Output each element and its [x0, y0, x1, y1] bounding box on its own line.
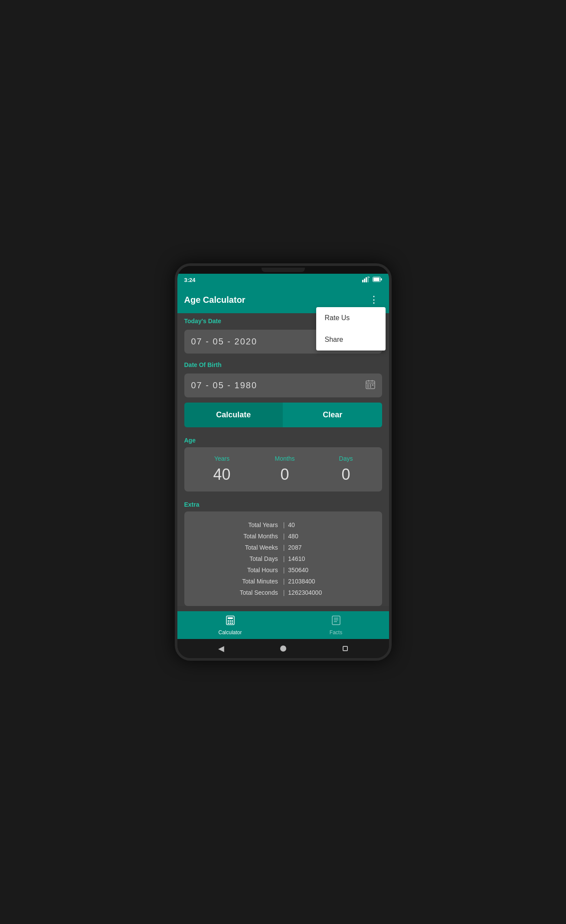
extra-row-value: 40 [286, 521, 371, 528]
nav-icon-facts [331, 615, 341, 628]
extra-row-sep: | [281, 589, 287, 596]
extra-display-box: Total Years | 40 Total Months | 480 Tota… [184, 511, 382, 606]
nav-item-facts[interactable]: Facts [283, 611, 389, 639]
screen: 3:24 [177, 274, 389, 639]
svg-rect-24 [367, 387, 369, 388]
svg-rect-32 [229, 623, 231, 624]
extra-row-label: Total Weeks [195, 544, 281, 551]
status-bar: 3:24 [177, 274, 389, 286]
extra-row-sep: | [281, 533, 287, 540]
extra-data-row: Total Seconds | 1262304000 [195, 587, 372, 598]
dob-input[interactable]: 07 - 05 - 1980 [184, 374, 382, 397]
extra-data-row: Total Hours | 350640 [195, 564, 372, 576]
dob-value: 07 - 05 - 1980 [191, 380, 258, 390]
nav-item-calculator[interactable]: Calculator [177, 611, 283, 639]
age-months-col: Months 0 [275, 455, 295, 484]
today-date-value: 07 - 05 - 2020 [191, 337, 258, 347]
extra-row-value: 480 [286, 533, 371, 540]
extra-data-row: Total Minutes | 21038400 [195, 576, 372, 587]
extra-data-row: Total Months | 480 [195, 531, 372, 542]
menu-dots-button[interactable]: ⋮ [366, 292, 382, 307]
svg-rect-0 [362, 280, 363, 282]
extra-row-value: 14610 [286, 555, 371, 562]
extra-row-label: Total Minutes [195, 578, 281, 585]
calculate-button[interactable]: Calculate [184, 403, 284, 427]
signal-icon [362, 276, 370, 284]
extra-section-label: Extra [177, 497, 389, 510]
svg-rect-33 [232, 623, 233, 624]
extra-row-label: Total Seconds [195, 589, 281, 596]
age-years-value: 40 [213, 465, 231, 484]
extra-data-row: Total Years | 40 [195, 519, 372, 531]
age-days-value: 0 [341, 465, 350, 484]
age-years-col: Years 40 [213, 455, 231, 484]
nav-icon-calculator [225, 615, 236, 628]
svg-rect-25 [370, 387, 371, 388]
recents-button[interactable] [343, 646, 348, 651]
app-bar: Age Calculator ⋮ Rate Us Share [177, 286, 389, 313]
svg-rect-3 [367, 276, 369, 282]
app-title: Age Calculator [184, 295, 245, 305]
dob-calendar-icon[interactable] [366, 380, 375, 391]
age-days-label: Days [339, 455, 353, 462]
battery-icon [373, 277, 382, 283]
home-button[interactable] [280, 645, 286, 652]
nav-label-facts: Facts [330, 629, 342, 636]
age-display-box: Years 40 Months 0 Days 0 [184, 447, 382, 491]
menu-item-share[interactable]: Share [316, 329, 386, 351]
notch-bar [177, 266, 389, 274]
extra-data-row: Total Weeks | 2087 [195, 542, 372, 553]
svg-rect-23 [372, 384, 373, 386]
extra-row-value: 2087 [286, 544, 371, 551]
svg-rect-31 [228, 623, 229, 624]
extra-row-sep: | [281, 567, 287, 573]
age-months-value: 0 [281, 465, 289, 484]
extra-row-value: 21038400 [286, 578, 371, 585]
extra-row-sep: | [281, 521, 287, 528]
svg-rect-21 [367, 384, 369, 386]
device-frame: 3:24 [175, 263, 392, 661]
dropdown-menu: Rate Us Share [316, 307, 386, 351]
svg-rect-22 [370, 384, 371, 386]
status-time: 3:24 [184, 277, 196, 283]
svg-rect-27 [228, 617, 233, 619]
extra-row-label: Total Years [195, 521, 281, 528]
svg-rect-34 [332, 616, 340, 625]
age-months-label: Months [275, 455, 295, 462]
extra-row-label: Total Days [195, 555, 281, 562]
extra-row-label: Total Hours [195, 567, 281, 573]
main-content: Today's Date 07 - 05 - 2020 [177, 313, 389, 606]
android-nav: ◀ [177, 639, 389, 658]
notch [262, 268, 305, 272]
svg-rect-7 [381, 279, 382, 281]
dob-label: Date Of Birth [177, 357, 389, 370]
age-years-label: Years [214, 455, 229, 462]
nav-label-calculator: Calculator [218, 629, 242, 636]
extra-row-sep: | [281, 578, 287, 585]
svg-rect-29 [229, 620, 231, 622]
age-days-col: Days 0 [339, 455, 353, 484]
extra-row-sep: | [281, 544, 287, 551]
svg-rect-28 [228, 620, 229, 622]
clear-button[interactable]: Clear [283, 403, 382, 427]
extra-row-value: 1262304000 [286, 589, 371, 596]
menu-item-rate-us[interactable]: Rate Us [316, 307, 386, 329]
svg-rect-1 [364, 279, 365, 282]
extra-row-label: Total Months [195, 533, 281, 540]
status-icons [362, 276, 382, 284]
age-section-label: Age [177, 433, 389, 446]
svg-line-4 [369, 277, 370, 278]
extra-row-value: 350640 [286, 567, 371, 573]
svg-rect-30 [232, 620, 233, 622]
bottom-nav: Calculator Facts [177, 611, 389, 639]
back-button[interactable]: ◀ [218, 644, 224, 653]
svg-rect-2 [366, 277, 367, 282]
extra-row-sep: | [281, 555, 287, 562]
extra-data-row: Total Days | 14610 [195, 553, 372, 564]
svg-rect-6 [373, 278, 380, 281]
action-buttons-row: Calculate Clear [184, 403, 382, 427]
